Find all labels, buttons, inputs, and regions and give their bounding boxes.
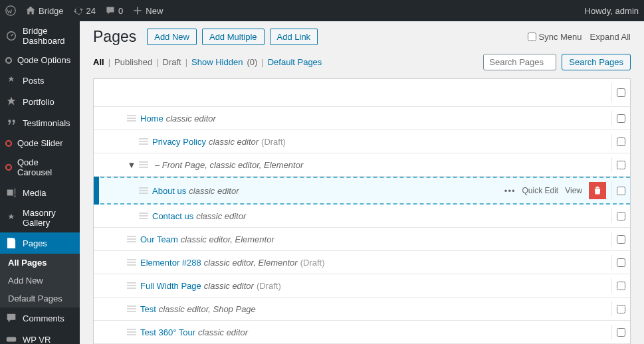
- row-checkbox[interactable]: [617, 137, 625, 146]
- menu-qode-carousel[interactable]: Qode Carousel: [0, 153, 80, 182]
- drag-handle-icon[interactable]: [127, 115, 136, 122]
- filter-bar: All | Published | Draft | Show Hidden (0…: [80, 51, 644, 78]
- drag-handle-icon[interactable]: [139, 213, 148, 219]
- page-title-link[interactable]: Our Team: [140, 234, 178, 244]
- menu-qode-options[interactable]: Qode Options: [0, 50, 80, 70]
- menu-bridge-dashboard[interactable]: Bridge Dashboard: [0, 21, 80, 50]
- filter-all[interactable]: All: [93, 57, 104, 67]
- wp-logo[interactable]: [5, 5, 16, 16]
- delete-button[interactable]: [589, 182, 606, 199]
- table-row: Home classic editor: [94, 107, 630, 130]
- filter-default-pages[interactable]: Default Pages: [268, 57, 322, 67]
- svg-rect-2: [8, 238, 15, 248]
- page-status: (Draft): [300, 258, 325, 268]
- filter-published[interactable]: Published: [114, 57, 152, 67]
- drag-handle-icon[interactable]: [139, 161, 148, 168]
- table-row: [94, 79, 630, 107]
- new-label: New: [146, 6, 163, 16]
- table-row: Test 360° Tour classic editor: [94, 321, 630, 344]
- page-title-link[interactable]: Test: [140, 304, 156, 314]
- page-title-link[interactable]: Privacy Policy: [152, 137, 206, 147]
- drag-handle-icon[interactable]: [127, 329, 136, 335]
- table-row: Contact us classic editor: [94, 205, 630, 228]
- add-multiple-button[interactable]: Add Multiple: [202, 29, 265, 45]
- page-title-link[interactable]: Full Width Page: [140, 281, 201, 291]
- page-meta: classic editor: [196, 211, 246, 221]
- svg-rect-3: [7, 337, 16, 341]
- table-row: Our Team classic editor, Elementor: [94, 228, 630, 251]
- table-row: About us classic editor•••Quick EditView: [94, 177, 630, 205]
- page-status: (Draft): [261, 137, 286, 147]
- drag-handle-icon[interactable]: [139, 187, 148, 194]
- admin-bar: Bridge 24 0 New Howdy, admin: [0, 0, 644, 21]
- submenu-all-pages[interactable]: All Pages: [0, 254, 80, 272]
- drag-handle-icon[interactable]: [127, 282, 136, 289]
- pages-table: Home classic editorPrivacy Policy classi…: [93, 78, 631, 344]
- comments-link[interactable]: 0: [105, 5, 123, 16]
- table-row: Full Width Page classic editor (Draft): [94, 274, 630, 298]
- quick-edit-link[interactable]: Quick Edit: [522, 186, 559, 195]
- updates-count: 24: [86, 6, 96, 16]
- menu-media[interactable]: Media: [0, 182, 80, 203]
- row-checkbox[interactable]: [617, 235, 625, 244]
- row-checkbox[interactable]: [617, 161, 625, 169]
- filter-draft[interactable]: Draft: [163, 57, 181, 67]
- add-link-button[interactable]: Add Link: [270, 29, 318, 45]
- site-name: Bridge: [39, 6, 64, 16]
- menu-posts[interactable]: Posts: [0, 70, 80, 91]
- row-checkbox[interactable]: [617, 187, 625, 195]
- row-checkbox[interactable]: [617, 114, 625, 123]
- page-meta: classic editor: [209, 137, 259, 147]
- drag-handle-icon[interactable]: [127, 236, 136, 242]
- page-meta: classic editor: [204, 281, 254, 291]
- table-row: Privacy Policy classic editor (Draft): [94, 130, 630, 153]
- view-link[interactable]: View: [565, 186, 582, 195]
- page-title-link[interactable]: Elementor #288: [140, 258, 201, 268]
- admin-sidebar: Bridge DashboardQode OptionsPostsPortfol…: [0, 21, 80, 344]
- drag-handle-icon[interactable]: [127, 259, 136, 266]
- menu-testimonials[interactable]: Testimonials: [0, 112, 80, 133]
- row-checkbox[interactable]: [617, 328, 625, 337]
- menu-qode-slider[interactable]: Qode Slider: [0, 133, 80, 153]
- menu-portfolio[interactable]: Portfolio: [0, 91, 80, 112]
- hidden-count: (0): [247, 57, 257, 67]
- sync-checkbox[interactable]: [528, 33, 536, 41]
- menu-wp-vr[interactable]: WP VR: [0, 329, 80, 344]
- page-title-link[interactable]: About us: [152, 186, 186, 196]
- page-title-link[interactable]: Contact us: [152, 211, 193, 221]
- page-header: Pages Add New Add Multiple Add Link Sync…: [80, 21, 644, 51]
- updates-link[interactable]: 24: [73, 5, 96, 16]
- row-checkbox[interactable]: [617, 305, 625, 313]
- page-meta: classic editor: [166, 114, 216, 124]
- page-title-link[interactable]: Home: [140, 114, 163, 124]
- collapse-caret-icon[interactable]: ▼: [127, 160, 136, 170]
- add-new-button[interactable]: Add New: [147, 29, 197, 45]
- menu-pages[interactable]: Pages: [0, 232, 80, 254]
- expand-all-link[interactable]: Expand All: [590, 32, 631, 42]
- page-meta: classic editor, Shop Page: [159, 304, 256, 314]
- table-row: ▼– Front Page, classic editor, Elementor: [94, 153, 630, 177]
- page-meta: classic editor, Elementor: [204, 258, 298, 268]
- row-checkbox[interactable]: [617, 88, 625, 97]
- menu-masonry-gallery[interactable]: Masonry Gallery: [0, 203, 80, 232]
- page-title-link[interactable]: Test 360° Tour: [140, 327, 195, 337]
- row-checkbox[interactable]: [617, 258, 625, 267]
- submenu-default-pages[interactable]: Default Pages: [0, 290, 80, 307]
- site-link[interactable]: Bridge: [25, 5, 64, 16]
- page-meta: classic editor, Elementor: [181, 234, 274, 244]
- new-link[interactable]: New: [132, 5, 163, 16]
- page-meta: classic editor: [198, 327, 248, 337]
- row-checkbox[interactable]: [617, 282, 625, 290]
- search-input[interactable]: [483, 54, 556, 70]
- howdy[interactable]: Howdy, admin: [585, 6, 639, 16]
- page-title[interactable]: – Front Page, classic editor, Elementor: [155, 160, 303, 170]
- submenu-add-new[interactable]: Add New: [0, 272, 80, 290]
- drag-handle-icon[interactable]: [139, 138, 148, 145]
- menu-comments[interactable]: Comments: [0, 307, 80, 329]
- filter-show-hidden[interactable]: Show Hidden: [191, 57, 243, 67]
- sync-menu-toggle[interactable]: Sync Menu: [528, 32, 582, 42]
- search-button[interactable]: Search Pages: [562, 54, 631, 70]
- drag-handle-icon[interactable]: [127, 305, 136, 312]
- more-actions-icon[interactable]: •••: [504, 186, 516, 196]
- row-checkbox[interactable]: [617, 212, 625, 220]
